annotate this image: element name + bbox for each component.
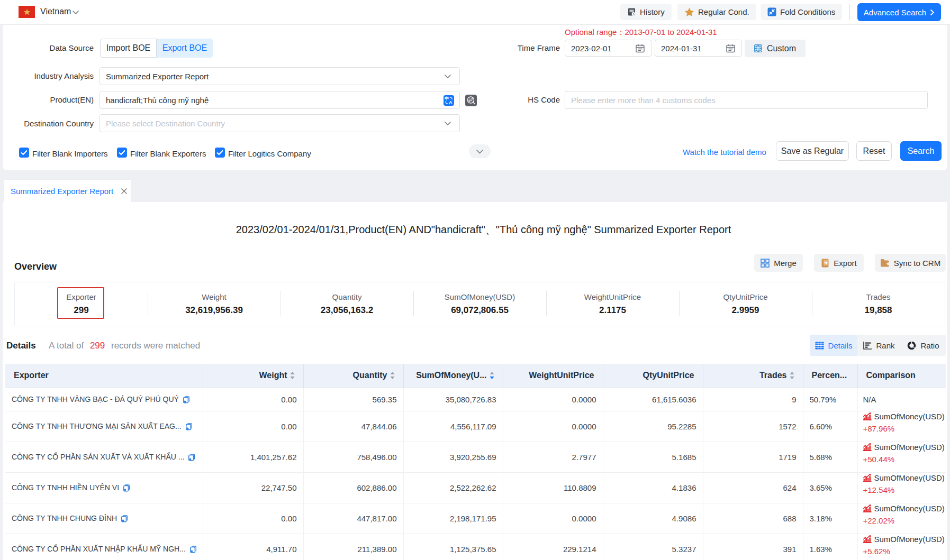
svg-text:A: A xyxy=(449,100,453,105)
